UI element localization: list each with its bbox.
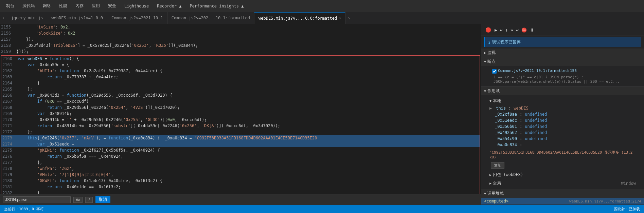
window-label: Window [621, 181, 636, 186]
scope-val-a0c834: "C992F53BD38A51FB168FDD4D602AAA01E4CE5BE… [489, 150, 636, 159]
code-line-2155: 2155 'ivSize': 0x2, [0, 24, 481, 30]
tab-webdes-fmt[interactable]: webDES.min.js?v....0.0:formatted ✕ [254, 12, 345, 24]
debug-error-icon: 🔴 [484, 26, 493, 33]
code-line-2174: 2174 var _0x51eedc = [1, 141, 480, 147]
local-scope-arrow: ▼ [489, 99, 491, 103]
code-line-2164: 2164 } [1, 80, 480, 86]
search-cancel-button[interactable]: 取消 [95, 196, 110, 203]
code-line-2180: 2180 'GKWFf': function _0x1a4e13(_0x40cf… [1, 178, 480, 184]
breakpoints-arrow-icon: ▼ [484, 60, 486, 63]
tab-label-webdes-v100: webDES.min.js?v=1.0.0 [51, 16, 103, 20]
copy-button[interactable]: 复制 [491, 162, 504, 169]
code-line-2175: 2175 'pKENi': function _0x2f627(_0x5b6f5… [1, 147, 480, 153]
scope-key-492a62: _0x492a62 [489, 130, 517, 135]
callstack-section-header[interactable]: ▼ 调用堆栈 [481, 189, 644, 198]
top-nav: 制台 源代码 网络 性能 内存 应用 安全 Lighthouse Recorde… [0, 0, 644, 12]
code-line-2156: 2156 'blockSize': 0x2 [0, 30, 481, 36]
scope-row-356b01: _0x356b01 : undefined [487, 123, 639, 130]
closure-scope-arrow: ▶ [489, 173, 491, 177]
nav-item-performance[interactable]: 性能 [56, 2, 71, 10]
nav-item-application[interactable]: 应用 [88, 2, 103, 10]
scope-section-header[interactable]: ▼ 作用域 [481, 87, 644, 95]
tab-scroll-right[interactable]: › [345, 15, 352, 21]
search-regex[interactable]: .* [85, 197, 92, 203]
nav-item-sources[interactable]: 源代码 [19, 2, 38, 10]
nav-item-performance-insights[interactable]: Performance insights ▲ [186, 2, 247, 10]
bottom-bar: 当前行：1089，0 字符 源映射：已加载 [0, 205, 644, 213]
global-scope-label: 全局 [493, 180, 501, 186]
breakpoint-file: Common.js?v=2021.10.1:formatted:156 [498, 69, 577, 73]
scope-row-492a62: _0x492a62 : undefined [487, 130, 639, 136]
global-scope-arrow: ▶ [489, 181, 491, 185]
callstack-label: 调用堆栈 [487, 191, 504, 196]
code-line-2158: 2158 _0x3f8d43['TripleDES'] = _0x57ed25[… [0, 42, 481, 49]
watch-arrow-icon: ▶ [484, 51, 486, 55]
tab-scroll-left[interactable]: ‹ [0, 15, 7, 21]
global-scope-header[interactable]: ▶ 全局 Window [487, 179, 639, 188]
debug-deactivate-btn[interactable]: ⛔ [521, 27, 527, 33]
scope-row-554c90: _0x554c90 : undefined [487, 136, 639, 142]
tab-common-fmt[interactable]: Common.js?v=202...10.1:formatted [167, 12, 254, 24]
callstack-section: ▼ 调用堆栈 <computed> webDES.min.js?v...form… [481, 189, 644, 205]
code-line-2168: 2168 return _0x29d556[_0x2246('0x254', '… [1, 104, 480, 111]
nav-item-recorder[interactable]: Recorder ▲ [154, 2, 185, 10]
tab-webdes-v100[interactable]: webDES.min.js?v=1.0.0 [47, 12, 107, 24]
main-area: 2155 'ivSize': 0x2, 2156 'blockSize': 0x… [0, 24, 644, 205]
debug-play-btn[interactable]: ▶ [495, 27, 497, 33]
closure-scope-label: 闭包 (webDES) [493, 172, 523, 178]
code-line-2179: 2179 'VMmle': '7|1|8|9|5|2|3|6|0|4', [1, 172, 480, 178]
debug-step-out-btn[interactable]: ↩ [516, 27, 519, 33]
watch-label: 监视 [487, 50, 496, 56]
tab-common-2021[interactable]: Common.js?v=2021.10.1 [107, 12, 167, 24]
callstack-row-0[interactable]: <computed> webDES.min.js?v...formatted:2… [481, 198, 644, 205]
nav-item-memory[interactable]: 内存 [72, 2, 87, 10]
nav-item-security[interactable]: 安全 [105, 2, 120, 10]
scope-val-51eedc: undefined [525, 118, 547, 123]
debug-step-into-btn[interactable]: ↪ [511, 27, 513, 33]
tab-close-webdes-fmt[interactable]: ✕ [339, 16, 341, 20]
breakpoint-checkbox[interactable] [492, 69, 497, 74]
local-scope-label: 本地 [493, 98, 501, 104]
code-line-2177: 2177 }, [1, 159, 480, 166]
search-match-case[interactable]: Aa [73, 197, 83, 203]
tab-label-jquery: jquery.min.js [11, 16, 43, 20]
code-line-2181: 2181 return _0x40cfde == _0x16f3c2; [1, 184, 480, 190]
breakpoint-condition: 1 == (e = ("{" == e[0] ? JSON.parse(e) :… [487, 75, 639, 85]
nav-item-network[interactable]: 网络 [39, 2, 54, 10]
debug-step-over-btn[interactable]: ↓ [505, 27, 508, 33]
scope-key-2cf8ae: _0x2cf8ae [489, 112, 517, 117]
tab-jquery[interactable]: jquery.min.js [7, 12, 47, 24]
scope-body: ▼ 本地 ▶ this : webDES _0x2cf8ae : undefin… [481, 95, 644, 189]
editor-content[interactable]: 2155 'ivSize': 0x2, 2156 'blockSize': 0x… [0, 24, 481, 194]
code-line-2169: 2169 var _0x48914b; [1, 111, 480, 117]
code-line-2172: 2172 }; [1, 129, 480, 135]
scope-key-this: this [496, 106, 506, 111]
right-panel-header: 🔴 ▶ ↩ ↓ ↪ ↩ ⛔ ⏸ [481, 24, 644, 36]
watch-section-header[interactable]: ▶ 监视 [481, 49, 644, 57]
nav-item-lighthouse[interactable]: Lighthouse [121, 2, 152, 10]
callstack-name-0: <computed> [484, 199, 508, 204]
code-line-2161: 2161 var _0x4da59c = { [1, 62, 480, 68]
local-scope-header[interactable]: ▼ 本地 [487, 97, 639, 105]
debug-pause-btn[interactable]: ⏸ [530, 27, 534, 33]
paused-banner: ℹ 调试程序已暂停 [484, 37, 641, 47]
right-panel-content[interactable]: ℹ 调试程序已暂停 ▶ 监视 ▼ 断点 Common. [481, 36, 644, 205]
scope-val-2cf8ae: undefined [525, 112, 547, 117]
breakpoints-section-header[interactable]: ▼ 断点 [481, 57, 644, 66]
code-line-2163: 2163 return _0x779387 + _0x4a4fec; [1, 74, 480, 80]
scope-arrow-icon: ▼ [484, 89, 486, 93]
editor-area: 2155 'ivSize': 0x2, 2156 'blockSize': 0x… [0, 24, 481, 205]
right-panel: 🔴 ▶ ↩ ↓ ↪ ↩ ⛔ ⏸ ℹ 调试程序已暂停 ▶ 监视 [481, 24, 644, 205]
search-input[interactable] [3, 196, 71, 203]
code-line-2178: 2178 'wnfPa': 'ZGz', [1, 166, 480, 172]
closure-scope-header[interactable]: ▶ 闭包 (webDES) [487, 171, 639, 179]
scope-row-2cf8ae: _0x2cf8ae : undefined [487, 111, 639, 117]
nav-item-console[interactable]: 制台 [3, 2, 18, 10]
debug-replay-btn[interactable]: ↩ [500, 27, 503, 33]
breakpoints-body: Common.js?v=2021.10.1:formatted:156 1 ==… [481, 66, 644, 86]
scope-expand-this[interactable]: ▶ [489, 106, 492, 111]
paused-label: 调试程序已暂停 [492, 39, 521, 45]
code-line-2162: 2162 'bUIIa': function _0x2a2af9(_0x7793… [1, 68, 480, 74]
scope-key-554c90: _0x554c90 [489, 136, 517, 141]
breakpoints-section: ▼ 断点 Common.js?v=2021.10.1:formatted:156… [481, 57, 644, 87]
